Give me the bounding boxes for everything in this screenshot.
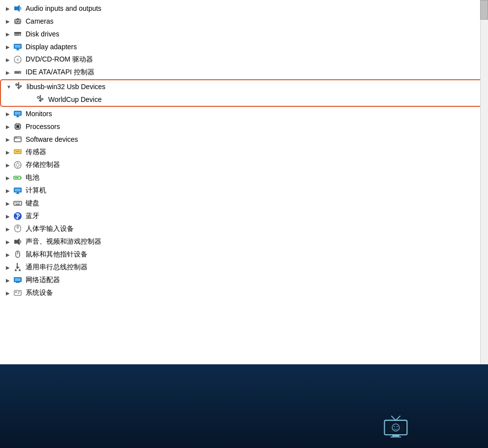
- cameras-icon: [13, 16, 23, 26]
- network-icon: [13, 275, 23, 285]
- device-item-network[interactable]: ▶ 网络适配器: [0, 274, 488, 287]
- device-item-serial[interactable]: ▶ 通用串行总线控制器: [0, 261, 488, 274]
- device-item-computer[interactable]: ▶ 计算机: [0, 184, 488, 197]
- svg-rect-56: [16, 193, 20, 194]
- chevron-libusb: ▼: [5, 83, 13, 91]
- device-item-hid[interactable]: ▶ 人体学输入设备: [0, 223, 488, 235]
- device-item-bluetooth[interactable]: ▶ 蓝牙: [0, 210, 488, 223]
- disk-icon: [13, 29, 23, 39]
- battery-label: 电池: [26, 173, 39, 182]
- taskbar: [0, 364, 488, 448]
- svg-rect-88: [392, 435, 399, 437]
- usb-icon: [14, 82, 24, 92]
- chevron-network: ▶: [4, 276, 12, 284]
- device-item-monitors[interactable]: ▶ Monitors: [0, 107, 488, 120]
- device-item-keyboard[interactable]: ▶ 键盘: [0, 197, 488, 210]
- chevron-processors: ▶: [4, 123, 12, 130]
- svg-rect-75: [15, 270, 17, 271]
- monitors-icon: [13, 109, 23, 119]
- audio2-icon: [13, 237, 23, 247]
- svg-rect-32: [16, 125, 19, 128]
- computer-label: 计算机: [26, 186, 46, 195]
- software-label: Software devices: [26, 135, 78, 143]
- taskbar-tv-icon[interactable]: [382, 414, 409, 441]
- monitors-label: Monitors: [26, 110, 52, 118]
- audio-label: Audio inputs and outputs: [26, 4, 101, 12]
- svg-rect-57: [14, 201, 22, 205]
- sensors-label: 传感器: [26, 148, 46, 157]
- hid-label: 人体学输入设备: [26, 224, 74, 233]
- computer-icon: [13, 186, 23, 195]
- device-item-sensors[interactable]: ▶ 传感器: [0, 146, 488, 159]
- disk-label: Disk drives: [26, 30, 59, 38]
- svg-rect-59: [16, 202, 17, 203]
- mouse-label: 鼠标和其他指针设备: [26, 250, 88, 259]
- chevron-ide: ▶: [4, 68, 12, 76]
- device-manager-panel: ▶ Audio inputs and outputs ▶ Cameras ▶ D…: [0, 0, 488, 364]
- svg-marker-19: [17, 87, 21, 89]
- audio-icon: [13, 3, 23, 13]
- serial-label: 通用串行总线控制器: [26, 263, 88, 272]
- device-item-processors[interactable]: ▶ Processors: [0, 120, 488, 133]
- device-item-system[interactable]: ▶ 系统设备: [0, 287, 488, 299]
- svg-marker-72: [16, 267, 20, 269]
- svg-rect-6: [14, 32, 21, 33]
- device-item-cameras[interactable]: ▶ Cameras: [0, 15, 488, 28]
- device-item-ide[interactable]: ▶ IDE ATA/ATAPI 控制器: [0, 66, 488, 79]
- svg-rect-79: [16, 282, 20, 283]
- svg-rect-60: [18, 202, 19, 203]
- device-item-storage[interactable]: ▶ 存储控制器: [0, 159, 488, 171]
- svg-rect-52: [15, 177, 19, 178]
- device-item-dvd[interactable]: ▶ DVD/CD-ROM 驱动器: [0, 53, 488, 66]
- chevron-cameras: ▶: [4, 17, 12, 25]
- svg-point-43: [15, 137, 16, 138]
- software-icon: [13, 134, 23, 144]
- device-item-audio2[interactable]: ▶ 声音、视频和游戏控制器: [0, 235, 488, 248]
- libusb-label: libusb-win32 Usb Devices: [27, 83, 105, 91]
- svg-point-7: [19, 34, 21, 36]
- chevron-mouse: ▶: [4, 251, 12, 258]
- device-item-libusb[interactable]: ▼ libusb-win32 Usb Devices: [1, 80, 485, 93]
- svg-rect-55: [17, 192, 19, 193]
- mouse-icon: [13, 250, 23, 259]
- svg-point-70: [17, 253, 18, 254]
- svg-line-86: [391, 416, 396, 420]
- device-item-mouse[interactable]: ▶ 鼠标和其他指针设备: [0, 248, 488, 261]
- dvd-icon: [13, 55, 23, 64]
- svg-point-2: [17, 21, 19, 23]
- svg-point-93: [396, 426, 397, 427]
- chevron-system: ▶: [4, 289, 12, 297]
- device-item-software[interactable]: ▶ Software devices: [0, 133, 488, 146]
- chevron-keyboard: ▶: [4, 199, 12, 207]
- system-icon: [13, 288, 23, 298]
- svg-rect-54: [15, 189, 21, 192]
- dvd-label: DVD/CD-ROM 驱动器: [26, 55, 93, 64]
- device-item-worldcup[interactable]: ▶ WorldCup Device: [1, 93, 485, 106]
- chevron-computer: ▶: [4, 187, 12, 194]
- svg-rect-61: [19, 202, 20, 203]
- scrollbar-track[interactable]: [480, 0, 488, 364]
- device-list: ▶ Audio inputs and outputs ▶ Cameras ▶ D…: [0, 0, 488, 299]
- scrollbar-thumb[interactable]: [480, 0, 488, 20]
- chevron-display: ▶: [4, 43, 12, 51]
- svg-point-25: [37, 96, 39, 98]
- chevron-disk: ▶: [4, 30, 12, 38]
- device-item-battery[interactable]: ▶ 电池: [0, 171, 488, 184]
- device-item-audio[interactable]: ▶ Audio inputs and outputs: [0, 2, 488, 15]
- highlight-box: ▼ libusb-win32 Usb Devices ▶ WorldCup De…: [0, 79, 486, 107]
- device-item-disk[interactable]: ▶ Disk drives: [0, 28, 488, 40]
- network-label: 网络适配器: [26, 276, 60, 285]
- keyboard-label: 键盘: [26, 199, 39, 208]
- svg-rect-62: [16, 204, 20, 205]
- processors-icon: [13, 122, 23, 131]
- svg-point-26: [42, 98, 43, 100]
- hid-icon: [13, 224, 23, 234]
- device-item-display[interactable]: ▶ Display adapters: [0, 40, 488, 53]
- svg-rect-16: [15, 72, 17, 73]
- svg-rect-17: [17, 72, 19, 73]
- keyboard-icon: [13, 198, 23, 208]
- battery-icon: [13, 173, 23, 183]
- svg-rect-83: [18, 293, 19, 294]
- chevron-dvd: ▶: [4, 56, 12, 64]
- svg-rect-76: [19, 270, 21, 271]
